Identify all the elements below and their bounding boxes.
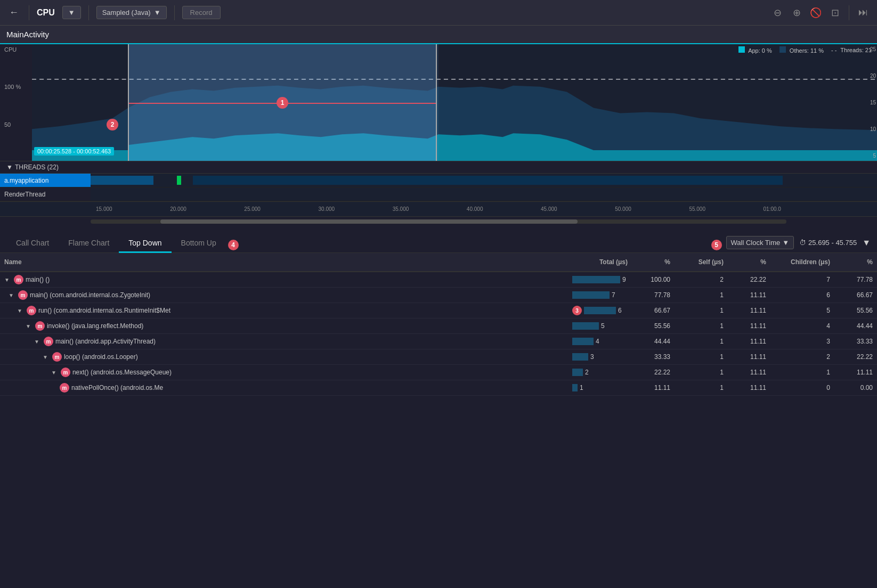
row-self-5: 1 [675, 350, 728, 363]
scroll-area[interactable] [0, 217, 877, 226]
others-dot [779, 46, 786, 53]
no-entry-button[interactable]: 🚫 [808, 5, 823, 20]
total-bar-6 [572, 369, 583, 376]
row-total-pct-4: 44.44 [632, 335, 675, 348]
thread-name-main: a.myapplication [0, 174, 91, 187]
th-total: Total (μs) [568, 256, 632, 268]
tab-call-chart[interactable]: Call Chart [6, 234, 59, 253]
expand-triangle-3[interactable]: ▼ [26, 323, 31, 329]
row-self-pct-0: 22.22 [728, 273, 770, 286]
threads-expand-icon[interactable]: ▼ [6, 164, 13, 171]
table-area[interactable]: Name Total (μs) % Self (μs) % Children (… [0, 253, 877, 587]
row-name-3: ▼ m invoke() (java.lang.reflect.Method) [0, 318, 568, 333]
scroll-thumb[interactable] [160, 219, 578, 224]
ruler-35: 35.000 [393, 206, 409, 212]
sampled-dropdown[interactable]: Sampled (Java) ▼ [96, 6, 167, 19]
ruler-60: 01:00.0 [764, 206, 781, 212]
expand-triangle-4[interactable]: ▼ [34, 339, 39, 345]
total-bar-2 [584, 307, 616, 314]
method-name-6: next() (android.os.MessageQueue) [72, 369, 172, 376]
cpu-title-label: CPU [4, 46, 30, 53]
expand-triangle-1[interactable]: ▼ [9, 292, 14, 298]
filter-button[interactable]: ▼ [862, 238, 871, 248]
cpu-chart-area[interactable]: App: 0 % Others: 11 % - - Threads: 21 1 … [32, 44, 877, 161]
cpu-100-label: 100 % [4, 84, 30, 90]
toolbar-icons: ⊖ ⊕ 🚫 ⊡ ⏭ [770, 5, 871, 20]
scale-20: 20 [862, 73, 876, 79]
row-total-7: 1 [568, 381, 632, 394]
row-self-0: 2 [675, 273, 728, 286]
table-row[interactable]: ▼ m main() (android.app.ActivityThread) … [0, 334, 877, 349]
table-row[interactable]: ▼ m next() (android.os.MessageQueue) 2 2… [0, 365, 877, 380]
method-icon-1: m [18, 290, 28, 300]
cpu-selection-region[interactable]: 1 [128, 44, 437, 161]
row-self-3: 1 [675, 320, 728, 332]
time-range-value: 25.695 - 45.755 [808, 239, 857, 247]
table-header: Name Total (μs) % Self (μs) % Children (… [0, 253, 877, 272]
expand-triangle-6[interactable]: ▼ [51, 370, 56, 375]
divider [29, 5, 29, 20]
row-name-1: ▼ m main() (com.android.internal.os.Zygo… [0, 288, 568, 303]
expand-triangle-2[interactable]: ▼ [17, 308, 22, 314]
scale-5: 5 [862, 153, 876, 159]
row-name-5: ▼ m loop() (android.os.Looper) [0, 349, 568, 364]
row-children-4: 3 [770, 335, 834, 348]
table-row[interactable]: ▼ m invoke() (java.lang.reflect.Method) … [0, 318, 877, 334]
table-row[interactable]: ▼ m run() (com.android.internal.os.Runti… [0, 303, 877, 318]
th-name: Name [0, 256, 568, 268]
table-row[interactable]: ▼ m loop() (android.os.Looper) 3 33.33 1… [0, 349, 877, 365]
expand-triangle-5[interactable]: ▼ [43, 354, 48, 360]
settings-button[interactable]: ⊡ [827, 5, 842, 20]
cpu-title: CPU [37, 8, 55, 18]
back-button[interactable]: ← [6, 5, 21, 20]
row-children-1: 6 [770, 289, 834, 301]
record-button[interactable]: Record [182, 6, 221, 19]
wall-clock-dropdown[interactable]: Wall Clock Time ▼ [726, 236, 794, 249]
skip-button[interactable]: ⏭ [856, 5, 871, 20]
row-children-pct-7: 0.00 [834, 381, 877, 394]
row-self-pct-2: 11.11 [728, 304, 770, 317]
row-total-pct-6: 22.22 [632, 366, 675, 379]
expand-triangle-0[interactable]: ▼ [4, 277, 10, 283]
thread-bar-green [177, 176, 181, 185]
divider4 [849, 5, 849, 20]
tab-flame-chart[interactable]: Flame Chart [59, 234, 119, 253]
ruler-20: 20.000 [170, 206, 186, 212]
table-row[interactable]: ▼ m main() () 9 100.00 2 22.22 7 77.78 [0, 272, 877, 288]
badge-4: 4 [228, 240, 239, 250]
main-activity-header: MainActivity [0, 26, 877, 44]
ruler-15: 15.000 [96, 206, 112, 212]
cpu-label-area: CPU 100 % 50 [0, 44, 32, 161]
thread-bar-fill-main [193, 176, 783, 185]
th-self: Self (μs) [675, 256, 728, 268]
threads-title: THREADS (22) [15, 164, 59, 171]
total-bar-0 [572, 276, 620, 283]
scroll-track[interactable] [91, 219, 786, 224]
divider2 [88, 5, 89, 20]
method-icon-5: m [52, 352, 62, 362]
table-row[interactable]: m nativePollOnce() (android.os.Me 1 11.1… [0, 380, 877, 396]
row-total-2: 3 6 [568, 303, 632, 318]
row-children-3: 4 [770, 320, 834, 332]
thread-row-render[interactable]: RenderThread [0, 187, 877, 201]
tab-bottom-up[interactable]: Bottom Up [172, 234, 226, 253]
scale-25: 25 [862, 46, 876, 52]
row-self-pct-3: 11.11 [728, 320, 770, 332]
row-children-pct-6: 11.11 [834, 366, 877, 379]
row-name-2: ▼ m run() (com.android.internal.os.Runti… [0, 303, 568, 318]
table-row[interactable]: ▼ m main() (com.android.internal.os.Zygo… [0, 288, 877, 303]
method-name-7: nativePollOnce() (android.os.Me [71, 384, 163, 391]
thread-bar-fill-dark [91, 176, 153, 185]
th-total-pct: % [632, 256, 675, 268]
zoom-in-button[interactable]: ⊕ [789, 5, 804, 20]
thread-row-main[interactable]: a.myapplication [0, 174, 877, 187]
row-self-pct-5: 11.11 [728, 350, 770, 363]
zoom-out-button[interactable]: ⊖ [770, 5, 785, 20]
wall-clock-chevron: ▼ [782, 239, 789, 247]
badge-1: 1 [277, 97, 288, 109]
row-children-pct-5: 22.22 [834, 350, 877, 363]
row-total-1: 7 [568, 289, 632, 301]
cpu-dropdown[interactable]: ▼ [62, 6, 81, 19]
row-self-6: 1 [675, 366, 728, 379]
tab-top-down[interactable]: Top Down [119, 234, 171, 253]
